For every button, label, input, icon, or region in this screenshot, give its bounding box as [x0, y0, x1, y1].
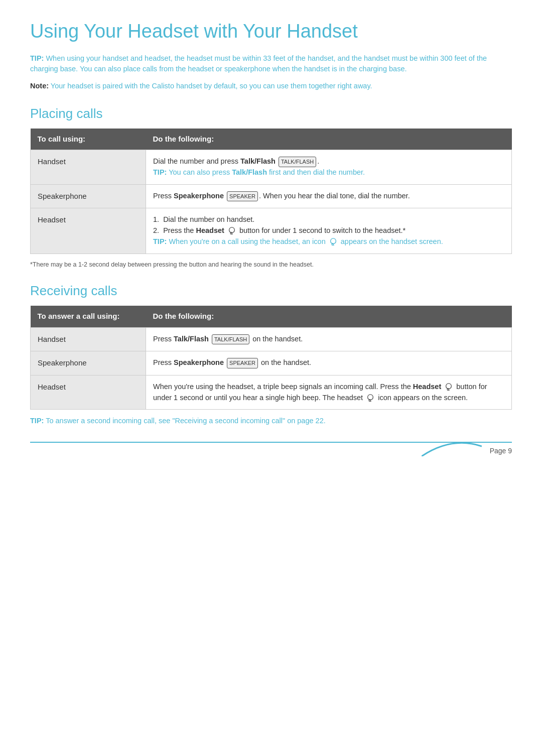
receiving-row-headset: Headset When you're using the headset, a… — [31, 375, 512, 410]
footnote: *There may be a 1-2 second delay between… — [30, 260, 512, 270]
note-label: Note: — [30, 82, 49, 90]
note-text: Your headset is paired with the Calisto … — [49, 82, 372, 90]
placing-row-handset-label: Handset — [31, 150, 146, 185]
talk-flash-bold-2: Talk/Flash — [174, 335, 209, 343]
placing-row-headset-content: 1. Dial the number on handset. 2. Press … — [146, 208, 512, 254]
placing-col2-header: Do the following: — [146, 129, 512, 150]
svg-point-3 — [330, 238, 336, 244]
placing-row-headset-label: Headset — [31, 208, 146, 254]
placing-row-speakerphone-label: Speakerphone — [31, 184, 146, 208]
headset-icon-1 — [227, 226, 236, 235]
talk-flash-bold: Talk/Flash — [240, 157, 276, 165]
receiving-calls-title: Receiving calls — [30, 281, 512, 301]
talk-flash-icon-2: TALK/FLASH — [212, 334, 249, 345]
receiving-row-handset: Handset Press Talk/Flash TALK/FLASH on t… — [31, 327, 512, 351]
receiving-row-headset-content: When you're using the headset, a triple … — [146, 375, 512, 410]
svg-point-0 — [229, 227, 234, 233]
talk-flash-icon: TALK/FLASH — [279, 157, 316, 167]
placing-row-speakerphone: Speakerphone Press Speakerphone SPEAKER.… — [31, 184, 512, 208]
tip-label-1: TIP: — [30, 54, 44, 62]
placing-row-headset: Headset 1. Dial the number on handset. 2… — [31, 208, 512, 254]
page-title: Using Your Headset with Your Handset — [30, 20, 512, 43]
headset-small-icon-1 — [329, 237, 338, 246]
receiving-calls-table: To answer a call using: Do the following… — [30, 306, 512, 410]
speakerphone-icon: SPEAKER — [227, 191, 258, 202]
receiving-row-speakerphone: Speakerphone Press Speakerphone SPEAKER … — [31, 351, 512, 375]
speakerphone-bold-2: Speakerphone — [174, 358, 224, 366]
placing-col1-header: To call using: — [31, 129, 146, 150]
placing-row-speakerphone-content: Press Speakerphone SPEAKER. When you hea… — [146, 184, 512, 208]
tip-bottom-text: To answer a second incoming call, see "R… — [44, 417, 325, 425]
page-footer: Page 9 — [30, 442, 512, 456]
footer-curve — [422, 436, 482, 456]
speakerphone-bold: Speakerphone — [174, 192, 224, 200]
headset-tip: TIP: When you're on a call using the hea… — [153, 237, 443, 245]
svg-point-9 — [368, 395, 373, 400]
receiving-row-headset-label: Headset — [31, 375, 146, 410]
headset-icon-2 — [444, 383, 453, 392]
headset-bold-1: Headset — [196, 226, 224, 234]
receiving-row-speakerphone-content: Press Speakerphone SPEAKER on the handse… — [146, 351, 512, 375]
receiving-row-handset-label: Handset — [31, 327, 146, 351]
note-block: Note: Your headset is paired with the Ca… — [30, 81, 512, 92]
tip-bottom-label: TIP: — [30, 417, 44, 425]
tip-bottom: TIP: To answer a second incoming call, s… — [30, 416, 512, 427]
placing-row-handset-content: Dial the number and press Talk/Flash TAL… — [146, 150, 512, 185]
receiving-row-handset-content: Press Talk/Flash TALK/FLASH on the hands… — [146, 327, 512, 351]
tip-block-1: TIP: When using your handset and headset… — [30, 53, 512, 75]
tip-text-1: When using your handset and headset, the… — [30, 54, 487, 73]
placing-row-handset: Handset Dial the number and press Talk/F… — [31, 150, 512, 185]
receiving-col2-header: Do the following: — [146, 306, 512, 327]
headset-small-icon-2 — [366, 394, 375, 403]
handset-tip: TIP: You can also press Talk/Flash first… — [153, 168, 365, 176]
svg-point-6 — [446, 384, 452, 389]
placing-calls-table: To call using: Do the following: Handset… — [30, 129, 512, 254]
receiving-row-speakerphone-label: Speakerphone — [31, 351, 146, 375]
headset-bold-2: Headset — [413, 383, 441, 391]
speakerphone-icon-2: SPEAKER — [227, 358, 258, 368]
page-number: Page 9 — [490, 446, 512, 456]
placing-calls-title: Placing calls — [30, 104, 512, 123]
receiving-col1-header: To answer a call using: — [31, 306, 146, 327]
